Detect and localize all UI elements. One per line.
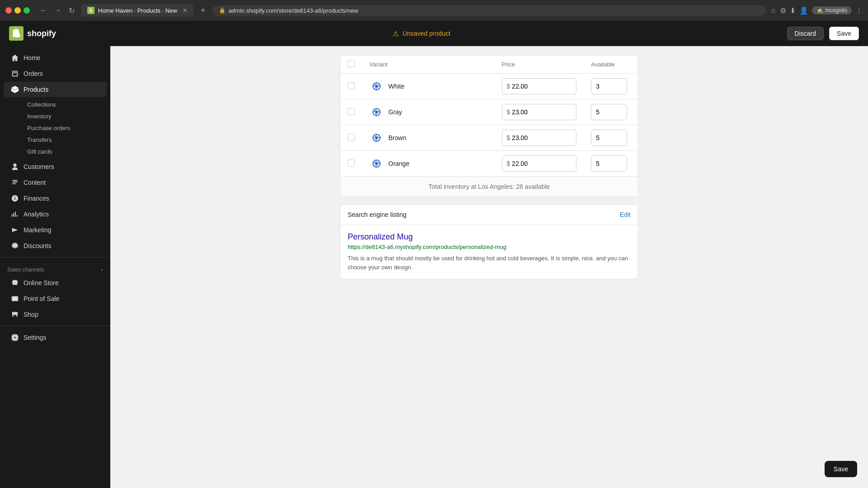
row-checkbox-2[interactable] <box>348 134 355 141</box>
price-input-3[interactable] <box>512 160 548 167</box>
app: shopify ⚠ Unsaved product Discard Save H… <box>0 21 868 488</box>
back-button[interactable]: ← <box>37 5 50 16</box>
reload-button[interactable]: ↻ <box>66 5 77 16</box>
lock-icon: 🔒 <box>219 7 226 14</box>
table-row: Orange $ <box>340 151 638 177</box>
sidebar-item-content[interactable]: Content <box>4 175 107 190</box>
forward-button[interactable]: → <box>52 5 64 16</box>
variant-table: Variant Price Available <box>340 56 638 176</box>
extensions-icon[interactable]: ⚙ <box>780 6 786 15</box>
row-checkbox-1[interactable] <box>348 108 355 115</box>
tab-favicon: S <box>87 7 94 14</box>
sidebar-item-analytics[interactable]: Analytics <box>4 206 107 222</box>
price-input-2[interactable] <box>512 134 548 141</box>
home-icon <box>11 54 19 62</box>
shop-label: Shop <box>24 311 38 318</box>
sidebar-item-online-store[interactable]: Online Store <box>4 275 107 291</box>
available-input-0[interactable] <box>591 78 627 94</box>
seo-product-title[interactable]: Personalized Mug <box>348 232 631 242</box>
sidebar-item-collections[interactable]: Collections <box>20 99 110 110</box>
sidebar-item-transfers[interactable]: Transfers <box>20 134 110 145</box>
sales-channels-section[interactable]: Sales channels › <box>0 261 110 275</box>
pos-icon <box>11 295 19 303</box>
sidebar-item-discounts[interactable]: Discounts <box>4 238 107 253</box>
seo-header: Search engine listing Edit <box>340 205 638 225</box>
incognito-icon: 🕵 <box>816 7 823 14</box>
floating-save-button[interactable]: Save <box>825 461 857 477</box>
sidebar-item-purchase-orders[interactable]: Purchase orders <box>20 122 110 134</box>
variant-icon-3 <box>369 156 384 171</box>
topbar-left: shopify <box>9 26 56 41</box>
analytics-icon <box>11 210 19 218</box>
row-checkbox-0[interactable] <box>348 82 355 89</box>
seo-card: Search engine listing Edit Personalized … <box>340 204 638 279</box>
sidebar-item-settings[interactable]: Settings <box>4 330 107 345</box>
close-tab-button[interactable]: ✕ <box>183 7 187 14</box>
content-label: Content <box>24 179 46 186</box>
bookmark-icon[interactable]: ☆ <box>770 6 776 15</box>
seo-edit-link[interactable]: Edit <box>620 211 631 218</box>
menu-icon[interactable]: ⋮ <box>855 6 863 15</box>
price-input-wrap-0: $ <box>502 78 577 94</box>
sidebar-item-products[interactable]: Products <box>4 82 107 97</box>
sidebar-sub-products: Collections Inventory Purchase orders Tr… <box>0 98 110 159</box>
download-icon[interactable]: ⬇ <box>790 6 796 15</box>
minimize-window-button[interactable] <box>14 7 21 14</box>
content-inner: Variant Price Available <box>331 46 647 288</box>
available-input-1[interactable] <box>591 104 627 120</box>
maximize-window-button[interactable] <box>24 7 30 14</box>
shopify-logo: shopify <box>9 26 56 41</box>
unsaved-label: Unsaved product <box>402 30 450 37</box>
available-input-2[interactable] <box>591 130 627 146</box>
content-icon <box>11 178 19 187</box>
sales-channels-expand-icon: › <box>101 267 103 273</box>
sidebar-item-home[interactable]: Home <box>4 50 107 66</box>
select-all-checkbox[interactable] <box>348 60 355 67</box>
browser-chrome: ← → ↻ S Home Haven · Products · New ✕ + … <box>0 0 868 21</box>
col-price-header: Price <box>502 61 515 68</box>
orders-icon <box>11 70 19 78</box>
address-bar[interactable]: 🔒 admin.shopify.com/store/de8143-a6/prod… <box>212 5 766 16</box>
new-tab-button[interactable]: + <box>197 6 209 15</box>
content-area: Variant Price Available <box>110 46 868 488</box>
currency-symbol-2: $ <box>507 134 510 141</box>
sidebar: Home Orders Products Collections Invento… <box>0 46 110 488</box>
sidebar-item-gift-cards[interactable]: Gift cards <box>20 146 110 157</box>
discard-button[interactable]: Discard <box>787 27 824 40</box>
price-input-1[interactable] <box>512 108 548 116</box>
price-input-wrap-2: $ <box>502 130 577 146</box>
window-controls <box>5 7 30 14</box>
online-store-icon <box>11 279 19 287</box>
warning-icon: ⚠ <box>392 29 399 38</box>
sidebar-item-orders[interactable]: Orders <box>4 66 107 81</box>
sidebar-item-point-of-sale[interactable]: Point of Sale <box>4 291 107 306</box>
browser-nav: ← → ↻ <box>37 5 77 16</box>
sidebar-item-marketing[interactable]: Marketing <box>4 222 107 238</box>
close-window-button[interactable] <box>5 7 12 14</box>
profile-icon[interactable]: 👤 <box>799 6 808 15</box>
sidebar-item-shop[interactable]: Shop <box>4 307 107 322</box>
customers-label: Customers <box>24 163 54 170</box>
sidebar-item-customers[interactable]: Customers <box>4 159 107 174</box>
browser-tab[interactable]: S Home Haven · Products · New ✕ <box>81 4 193 17</box>
svg-point-3 <box>376 85 377 87</box>
online-store-label: Online Store <box>24 279 59 286</box>
sidebar-divider-2 <box>0 326 110 326</box>
save-button[interactable]: Save <box>829 27 859 40</box>
seo-section-title: Search engine listing <box>348 211 406 218</box>
row-checkbox-3[interactable] <box>348 160 355 167</box>
discounts-label: Discounts <box>24 242 51 249</box>
seo-content: Personalized Mug https://de8143-a6.mysho… <box>340 225 638 279</box>
sidebar-item-finances[interactable]: Finances <box>4 191 107 206</box>
seo-url: https://de8143-a6.myshopify.com/products… <box>348 244 631 250</box>
currency-symbol-0: $ <box>507 83 510 90</box>
price-input-0[interactable] <box>512 83 548 90</box>
price-input-wrap-3: $ <box>502 155 577 172</box>
sidebar-item-inventory[interactable]: Inventory <box>20 111 110 122</box>
currency-symbol-3: $ <box>507 160 510 167</box>
variant-icon-0 <box>369 79 384 94</box>
shopify-logo-text: shopify <box>27 29 56 38</box>
available-input-3[interactable] <box>591 155 627 172</box>
topbar-right: Discard Save <box>787 27 859 40</box>
inventory-summary: Total inventory at Los Angeles: 28 avail… <box>340 176 638 197</box>
